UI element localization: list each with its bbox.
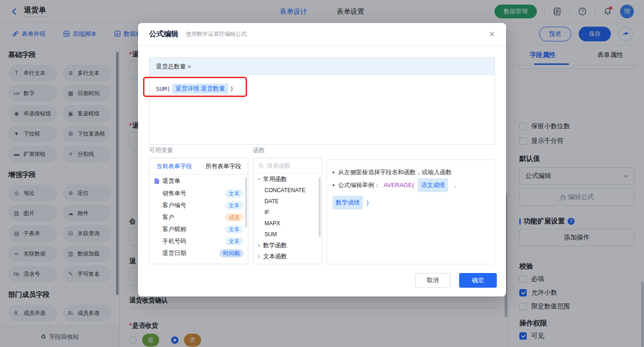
function-item[interactable]: SUM [253, 229, 322, 240]
variable-row[interactable]: 客户昵称文本 [150, 223, 248, 235]
chevron-down-icon [257, 177, 261, 181]
variable-row[interactable]: 客户成员 [150, 211, 248, 223]
functions-scrollbar[interactable] [319, 177, 321, 237]
tip-line: 从左侧面板选择字段名和函数，或输入函数 [333, 166, 489, 178]
bullet-icon [333, 184, 334, 186]
type-badge: 文本 [225, 201, 243, 210]
formula-edit-modal: 公式编辑 使用数学运算符编辑公式 ✕ 退货总数量 = SUM( 退货详情.退货数… [138, 23, 506, 296]
document-icon [154, 178, 160, 184]
function-group-common[interactable]: 常用函数 [253, 174, 322, 185]
variables-label: 可用变量 [149, 146, 173, 154]
function-item[interactable]: DATE [253, 196, 322, 207]
function-search [253, 158, 322, 174]
chevron-right-icon [257, 244, 261, 247]
modal-subtitle: 使用数学运算符编辑公式 [186, 30, 247, 38]
tips-panel: 从左侧面板选择字段名和函数，或输入函数 公式编辑举例： AVERAGE( 语文成… [327, 159, 495, 264]
type-badge: 文本 [225, 225, 243, 233]
modal-title: 公式编辑 [149, 29, 178, 39]
function-group-text[interactable]: 文本函数 [253, 251, 322, 262]
type-badge: 文本 [225, 237, 243, 245]
variable-row[interactable]: 客户编号文本 [150, 199, 248, 211]
variables-scrollbar[interactable] [245, 177, 247, 228]
confirm-button[interactable]: 确定 [459, 273, 497, 288]
function-search-input[interactable] [267, 162, 313, 169]
type-badge: 时间戳 [219, 249, 243, 257]
field-token[interactable]: 退货详情.退货数量 [172, 84, 228, 94]
search-icon [258, 163, 264, 169]
formula-editor-area[interactable]: 退货总数量 = SUM( 退货详情.退货数量 ) [149, 57, 495, 145]
function-group-math[interactable]: 数学函数 [253, 240, 322, 251]
variable-row[interactable]: 销售单号文本 [150, 188, 248, 199]
variables-panel: 当前表单字段 所有表单字段 退货单 销售单号文本 客户编号文本 客户成员 客户昵… [149, 158, 248, 264]
bullet-icon [333, 171, 334, 173]
close-paren: ) [230, 85, 234, 92]
tab-all-form-fields[interactable]: 所有表单字段 [199, 162, 248, 171]
function-item[interactable]: CONCATENATE [253, 185, 322, 196]
close-icon[interactable]: ✕ [489, 30, 495, 39]
variables-tabs: 当前表单字段 所有表单字段 [150, 158, 248, 175]
type-badge: 文本 [225, 189, 243, 198]
tab-current-form-fields[interactable]: 当前表单字段 [150, 162, 199, 171]
tip-line: 公式编辑举例： AVERAGE( 语文成绩 ， 数学成绩 ) [333, 178, 489, 210]
example-function-name: AVERAGE( [384, 179, 414, 191]
variable-row[interactable]: 退货日期时间戳 [150, 247, 248, 259]
formula-expression[interactable]: SUM( 退货详情.退货数量 ) [150, 75, 494, 102]
app-screen: 退货单 表单设计 表单设置 数据管理 ? [0, 0, 644, 347]
example-token: 语文成绩 [418, 178, 448, 192]
formula-target-label: 退货总数量 = [150, 58, 494, 75]
variable-row[interactable]: 手机号码文本 [150, 235, 248, 247]
tree-root-form[interactable]: 退货单 [150, 175, 248, 188]
functions-panel: 常用函数 CONCATENATE DATE IF MAPX SUM 数学函数 文… [253, 158, 322, 264]
function-name: SUM( [156, 85, 170, 92]
function-item[interactable]: MAPX [253, 218, 322, 229]
functions-label: 函数 [253, 146, 265, 154]
chevron-right-icon [257, 255, 261, 258]
type-badge: 成员 [225, 213, 243, 222]
modal-header: 公式编辑 使用数学运算符编辑公式 ✕ [138, 23, 506, 46]
function-item[interactable]: IF [253, 207, 322, 218]
cancel-button[interactable]: 取消 [415, 273, 450, 288]
example-token: 数学成绩 [333, 196, 363, 210]
